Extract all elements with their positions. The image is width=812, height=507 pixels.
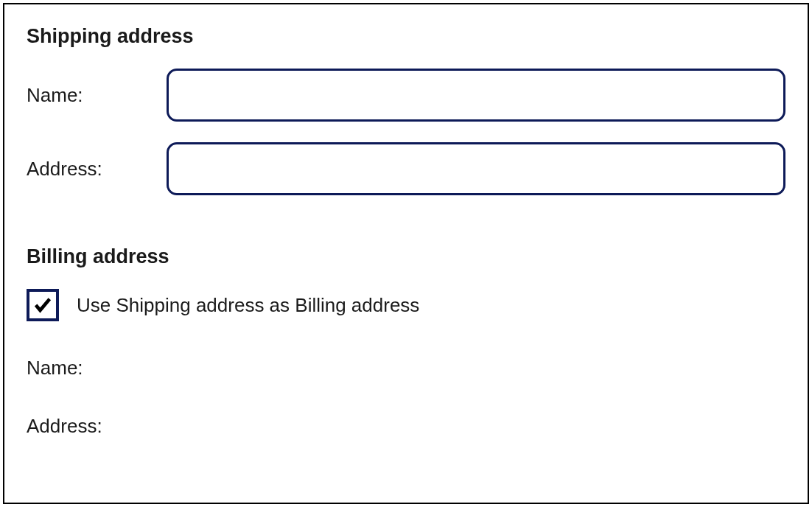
use-shipping-checkbox[interactable] (27, 289, 59, 321)
check-icon (32, 295, 53, 315)
billing-heading: Billing address (27, 245, 785, 268)
shipping-name-input[interactable] (167, 69, 785, 122)
billing-name-row: Name: (27, 357, 785, 380)
use-shipping-label: Use Shipping address as Billing address (77, 294, 419, 317)
shipping-name-label: Name: (27, 84, 167, 107)
shipping-address-input[interactable] (167, 142, 785, 195)
shipping-heading: Shipping address (27, 25, 785, 48)
form-container: Shipping address Name: Address: Billing … (3, 3, 809, 504)
shipping-address-row: Address: (27, 142, 785, 195)
shipping-name-row: Name: (27, 69, 785, 122)
billing-address-label: Address: (27, 415, 785, 438)
billing-address-row: Address: (27, 415, 785, 438)
shipping-address-label: Address: (27, 158, 167, 181)
billing-name-label: Name: (27, 357, 785, 380)
use-shipping-checkbox-row: Use Shipping address as Billing address (27, 289, 785, 321)
